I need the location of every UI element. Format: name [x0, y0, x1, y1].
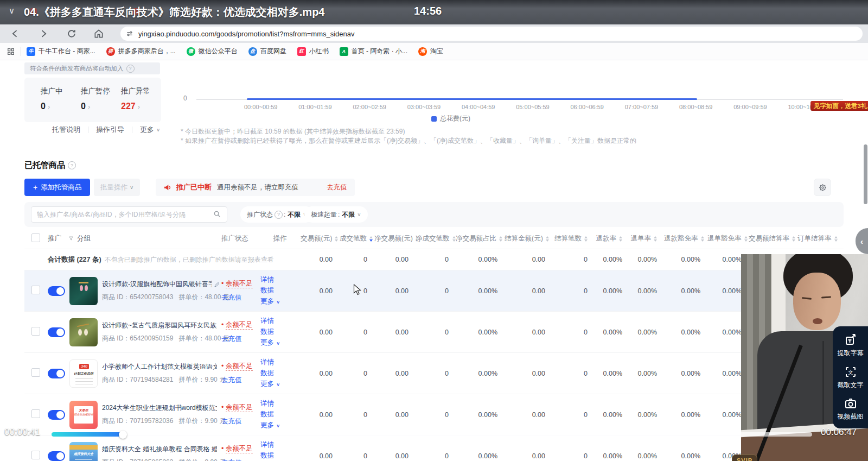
- row-checkbox[interactable]: [31, 286, 40, 294]
- more-link[interactable]: 更多∨: [260, 296, 299, 307]
- sort-icon[interactable]: [546, 236, 549, 242]
- refresh-icon[interactable]: [66, 28, 77, 39]
- bookmark-baidu-pan[interactable]: 盘百度网盘: [248, 47, 286, 56]
- detail-link[interactable]: 详情: [260, 315, 299, 326]
- product-name[interactable]: 2024大学生职业生涯规划书word模板范文工作...: [102, 403, 217, 413]
- select-all-checkbox[interactable]: [31, 233, 40, 242]
- promo-toggle[interactable]: [48, 410, 65, 420]
- bookmark-xiaohongshu[interactable]: 红小红书: [297, 47, 329, 56]
- data-link[interactable]: 数据: [260, 368, 299, 378]
- filter-funnel-icon[interactable]: [68, 236, 74, 241]
- more-link[interactable]: 更多∨: [260, 378, 299, 390]
- recharge-link[interactable]: 去充值: [221, 458, 242, 461]
- progress-handle[interactable]: [119, 431, 127, 439]
- column-header[interactable]: 退单率: [629, 229, 663, 249]
- row-checkbox[interactable]: [31, 451, 40, 459]
- bookmark-qianniu[interactable]: 牛千牛工作台 - 商家...: [27, 47, 95, 56]
- product-image[interactable]: [69, 277, 98, 305]
- detail-link[interactable]: 详情: [260, 357, 299, 368]
- sort-icon[interactable]: [701, 236, 704, 242]
- column-header[interactable]: 推广 分组: [47, 229, 221, 249]
- recharge-link[interactable]: 去充值: [221, 334, 242, 344]
- sort-icon[interactable]: [792, 236, 795, 242]
- batch-operation-button[interactable]: 批量操作∨: [94, 179, 140, 196]
- add-managed-product-button[interactable]: +添加托管商品: [24, 179, 90, 196]
- detail-link[interactable]: 详情: [260, 274, 299, 285]
- forward-icon[interactable]: [38, 28, 49, 39]
- data-link[interactable]: 数据: [260, 285, 299, 296]
- product-name[interactable]: 婚庆资料大全 婚礼接单教程 合同表格 婚礼策划...: [102, 445, 217, 454]
- product-image[interactable]: 婚庆资料大全: [69, 442, 98, 461]
- capture-text-button[interactable]: 文 截取文字: [838, 365, 864, 390]
- product-name[interactable]: 设计师款-汉服旗袍配饰中国风银针喜字耳坠镶...: [102, 280, 212, 289]
- promo-toggle[interactable]: [48, 451, 65, 461]
- sort-icon[interactable]: [619, 236, 622, 242]
- sort-icon[interactable]: [369, 236, 373, 242]
- sort-icon[interactable]: [834, 236, 838, 242]
- search-icon[interactable]: [213, 210, 221, 218]
- data-link[interactable]: 数据: [260, 326, 299, 337]
- sort-icon[interactable]: [584, 236, 588, 242]
- more-link[interactable]: 更多∨: [260, 337, 299, 349]
- column-header[interactable]: 净交易额(元): [374, 229, 415, 249]
- scrollbar-thumb[interactable]: [864, 144, 867, 204]
- video-screenshot-button[interactable]: 视频截图: [838, 397, 864, 421]
- row-checkbox[interactable]: [31, 409, 40, 418]
- promo-toggle[interactable]: [48, 286, 65, 296]
- bookmark-wechat-mp[interactable]: 微微信公众平台: [187, 47, 238, 56]
- data-link[interactable]: 数据: [260, 450, 299, 461]
- extract-subtitles-button[interactable]: 提取字幕: [838, 333, 864, 358]
- product-name[interactable]: 小学教师个人工作计划范文模板英语语文数学...: [102, 362, 217, 371]
- sort-icon[interactable]: [744, 236, 748, 242]
- column-header[interactable]: 订单结算率: [797, 229, 844, 249]
- column-header[interactable]: 成交笔数: [339, 229, 374, 249]
- product-name[interactable]: 设计师款~复古气质扇形国风耳环女民族风耳饰...: [102, 321, 217, 330]
- sort-icon[interactable]: [654, 236, 657, 242]
- search-input[interactable]: [31, 206, 227, 223]
- sort-icon[interactable]: [335, 236, 338, 242]
- collapse-chevron-icon[interactable]: ∨: [9, 6, 15, 16]
- product-image[interactable]: [69, 318, 98, 346]
- recharge-link[interactable]: 去充值: [327, 183, 347, 192]
- filter-fast-boost[interactable]: 极速起量 :不限 ∨: [304, 206, 368, 223]
- column-header[interactable]: 退款率: [594, 229, 629, 249]
- detail-link[interactable]: 详情: [260, 439, 299, 450]
- stat-value-link[interactable]: 227›: [121, 102, 161, 111]
- bookmark-pdd-admin[interactable]: 拼拼多多商家后台，...: [106, 47, 176, 56]
- sort-icon[interactable]: [499, 236, 502, 242]
- product-image[interactable]: 340计划工作总结: [69, 359, 98, 388]
- table-settings-button[interactable]: [814, 179, 831, 196]
- more-link[interactable]: 更多∨: [140, 125, 160, 135]
- hosting-help-link[interactable]: 托管说明: [52, 125, 80, 135]
- bookmark-aqisuo[interactable]: A首页 - 阿奇索 · 小...: [340, 47, 407, 56]
- column-header[interactable]: 结算金额(元): [504, 229, 552, 249]
- detail-link[interactable]: 详情: [260, 398, 299, 409]
- column-header[interactable]: 净成交笔数: [415, 229, 455, 249]
- address-bar[interactable]: yingxiao.pinduoduo.com/goods/promotion/l…: [120, 27, 863, 41]
- column-header[interactable]: 净交易额占比: [455, 229, 504, 249]
- more-link[interactable]: 更多∨: [260, 420, 299, 431]
- promo-toggle[interactable]: [48, 369, 65, 378]
- row-checkbox[interactable]: [31, 327, 40, 336]
- sort-icon[interactable]: [452, 236, 456, 242]
- back-icon[interactable]: [10, 28, 21, 39]
- data-link[interactable]: 数据: [260, 409, 299, 420]
- info-icon[interactable]: ?: [68, 161, 76, 169]
- promo-toggle[interactable]: [48, 327, 65, 337]
- stat-value-link[interactable]: 0›: [41, 102, 81, 111]
- promo-ad-banner[interactable]: 见字如面，送君3礼: [810, 101, 868, 111]
- product-image[interactable]: 大学生职业生涯规划书: [69, 401, 98, 429]
- column-header[interactable]: 退款豁免率: [663, 229, 707, 249]
- apps-grid-icon[interactable]: [7, 47, 15, 56]
- column-header[interactable]: 退单豁免率: [707, 229, 748, 249]
- row-checkbox[interactable]: [31, 368, 40, 377]
- recharge-link[interactable]: 去充值: [221, 293, 242, 302]
- info-icon[interactable]: ?: [126, 65, 135, 73]
- edit-pencil-icon[interactable]: [214, 281, 220, 288]
- column-header[interactable]: 交易额(元): [300, 229, 339, 249]
- home-icon[interactable]: [93, 28, 104, 39]
- column-header[interactable]: 结算笔数: [552, 229, 594, 249]
- bookmark-taobao[interactable]: 淘淘宝: [418, 47, 443, 56]
- stat-value-link[interactable]: 0›: [81, 102, 121, 111]
- operation-guide-link[interactable]: 操作引导: [96, 125, 124, 135]
